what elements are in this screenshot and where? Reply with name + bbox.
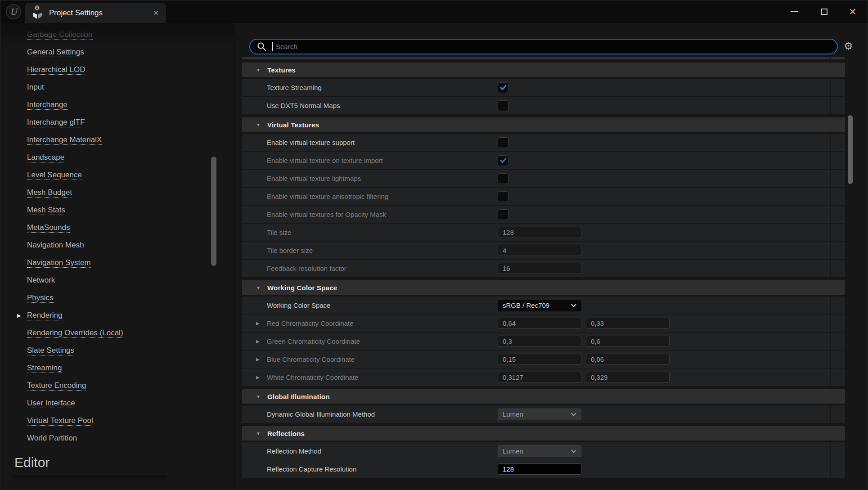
collapse-arrow-icon[interactable]: ▼ [256,122,262,127]
project-settings-icon: ⚙ [31,7,43,19]
blue-chromaticity-coordinate-input-0[interactable]: 0,15 [498,354,581,365]
sidebar-item-rendering[interactable]: ▶Rendering [1,307,228,324]
minimize-icon [791,11,798,12]
sidebar-item-level-sequence[interactable]: Level Sequence [1,166,228,184]
expander-arrow-icon[interactable]: ▶ [256,375,260,380]
row-right-stub [831,170,845,187]
collapse-arrow-icon[interactable]: ▼ [256,394,262,399]
sidebar-item-garbage-collection[interactable]: Garbage Collection [1,26,228,44]
property-name-cell: Enable virtual texture anisotropic filte… [242,188,489,205]
red-chromaticity-coordinate-input-0[interactable]: 0,64 [498,318,581,329]
collapse-arrow-icon[interactable]: ▼ [256,285,262,290]
property-name-cell: Use DXT5 Normal Maps [242,97,489,114]
tab-close-icon[interactable]: ✕ [153,9,159,17]
green-chromaticity-coordinate-input-1[interactable]: 0,6 [586,336,670,347]
checkbox-use-dxt5-normal-maps[interactable] [498,100,508,111]
sidebar-item-metasounds[interactable]: MetaSounds [1,219,228,237]
property-name-cell: Texture Streaming [242,79,489,96]
row-right-stub [831,405,845,423]
dropdown-value: Lumen [503,410,523,418]
reflection-capture-resolution-input[interactable]: 128 [498,463,581,475]
section-header-reflections[interactable]: ▼Reflections [242,426,845,441]
sidebar-item-world-partition[interactable]: World Partition [1,430,228,447]
white-chromaticity-coordinate-input-0[interactable]: 0,3127 [498,372,581,383]
sidebar-item-label: Rendering [27,311,62,321]
maximize-button[interactable] [817,0,832,23]
sidebar-item-streaming[interactable]: Streaming [1,360,228,377]
sidebar-item-label: Texture Encoding [27,381,86,391]
property-value-cell: sRGB / Rec709 [489,297,830,314]
search-input[interactable] [275,42,837,51]
sidebar-item-mesh-budget[interactable]: Mesh Budget [1,184,228,202]
partially-scrolled-row [242,57,845,59]
sidebar-item-interchange-materialx[interactable]: Interchange MaterialX [1,131,228,149]
working-color-space-dropdown[interactable]: sRGB / Rec709 [498,300,581,311]
sidebar-item-interchange[interactable]: Interchange [1,96,228,114]
property-row-reflection-capture-resolution: Reflection Capture Resolution128 [242,460,845,478]
property-label: White Chromaticity Coordinate [267,373,358,381]
red-chromaticity-coordinate-input-1[interactable]: 0,33 [586,318,670,329]
minimize-button[interactable] [787,0,802,23]
feedback-resolution-factor-input[interactable]: 16 [498,263,581,274]
property-label: Enable virtual texture support [267,139,355,146]
property-value-cell [489,152,830,169]
sidebar-item-user-interface[interactable]: User Interface [1,395,228,412]
blue-chromaticity-coordinate-input-1[interactable]: 0,06 [586,354,670,365]
sidebar-item-network[interactable]: Network [1,272,228,289]
checkbox-texture-streaming[interactable] [498,82,508,93]
dynamic-global-illumination-method-dropdown[interactable]: Lumen [498,409,581,420]
sidebar-item-mesh-stats[interactable]: Mesh Stats [1,202,228,219]
section-header-virtual-textures[interactable]: ▼Virtual Textures [242,117,845,132]
sidebar-item-interchange-gltf[interactable]: Interchange glTF [1,114,228,131]
checkbox-enable-virtual-texture-support[interactable] [498,137,508,148]
view-options-gear-icon[interactable]: ⚙ [844,41,853,51]
section-header-working-color-space[interactable]: ▼Working Color Space [242,280,845,295]
close-button[interactable]: ✕ [845,0,860,23]
checkbox-enable-virtual-texture-lightmaps[interactable] [498,173,508,184]
sidebar-item-physics[interactable]: Physics [1,289,228,307]
sidebar-item-label: User Interface [27,399,75,409]
green-chromaticity-coordinate-input-0[interactable]: 0,3 [498,336,581,347]
unreal-engine-logo-icon[interactable]: U [6,4,21,19]
sidebar-scrollbar[interactable] [211,157,216,266]
sidebar-item-navigation-mesh[interactable]: Navigation Mesh [1,237,228,254]
search-box[interactable] [249,39,838,54]
row-right-stub [831,442,845,460]
sidebar-item-label: Mesh Budget [27,188,72,198]
expander-arrow-icon[interactable]: ▶ [256,339,260,344]
expander-arrow-icon[interactable]: ▶ [256,321,260,326]
sidebar-item-rendering-overrides-local[interactable]: Rendering Overrides (Local) [1,324,228,342]
settings-scrollbar[interactable] [848,115,853,184]
section-header-textures[interactable]: ▼Textures [242,63,845,77]
section-title: Global Illumination [267,393,330,400]
property-label: Reflection Capture Resolution [267,465,356,473]
property-row-dynamic-global-illumination-method: Dynamic Global Illumination MethodLumen [242,405,845,423]
sidebar-item-landscape[interactable]: Landscape [1,149,228,166]
property-value-cell [489,97,830,114]
white-chromaticity-coordinate-input-1[interactable]: 0,329 [586,372,670,383]
sidebar-item-hierarchical-lod[interactable]: Hierarchical LOD [1,61,228,79]
collapse-arrow-icon[interactable]: ▼ [256,67,262,72]
sidebar-item-texture-encoding[interactable]: Texture Encoding [1,377,228,395]
sidebar-item-slate-settings[interactable]: Slate Settings [1,342,228,360]
property-label: Enable virtual textures for Opacity Mask [267,211,386,218]
sidebar-item-input[interactable]: Input [1,79,228,96]
property-name-cell: ▶Green Chromaticity Coordinate [242,333,489,350]
property-value-cell: 128 [489,224,830,241]
section-header-global-illumination[interactable]: ▼Global Illumination [242,389,845,404]
sidebar-item-label: Input [27,83,44,93]
tile-size-input[interactable]: 128 [498,227,581,238]
expander-arrow-icon[interactable]: ▶ [256,357,260,362]
checkbox-enable-virtual-textures-for-opacity-mask[interactable] [498,209,508,220]
row-right-stub [831,242,845,259]
tile-border-size-input[interactable]: 4 [498,245,581,256]
sidebar-item-general-settings[interactable]: General Settings [1,44,228,61]
collapse-arrow-icon[interactable]: ▼ [256,431,262,436]
row-right-stub [831,460,845,478]
checkbox-enable-virtual-texture-anisotropic-filtering[interactable] [498,191,508,202]
tab-project-settings[interactable]: ⚙ Project Settings ✕ [25,3,166,23]
reflection-method-dropdown[interactable]: Lumen [498,445,581,457]
sidebar-item-navigation-system[interactable]: Navigation System [1,254,228,272]
sidebar-item-virtual-texture-pool[interactable]: Virtual Texture Pool [1,412,228,430]
checkbox-enable-virtual-texture-on-texture-import[interactable] [498,155,508,166]
